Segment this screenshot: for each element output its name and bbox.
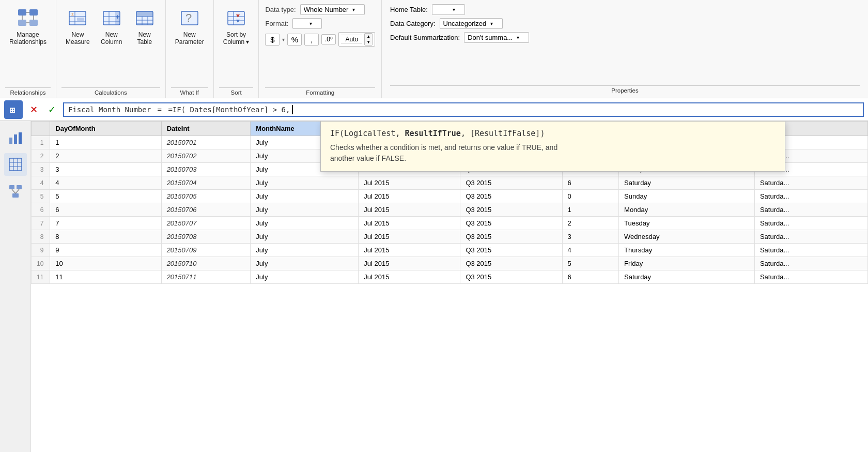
currency-dropdown-arrow[interactable]: ▾ <box>282 37 285 42</box>
formula-tooltip: IF(LogicalTest, ResultIfTrue, [ResultIfF… <box>320 121 785 172</box>
col8-cell: Saturda... <box>754 257 867 270</box>
dateint-cell: 20150707 <box>161 217 251 230</box>
svg-text:⊞: ⊞ <box>9 106 16 114</box>
col8-cell: Saturda... <box>754 176 867 190</box>
dateint-cell: 20150702 <box>161 149 251 163</box>
col7-cell: Tuesday <box>619 217 755 230</box>
dateint-cell: 20150703 <box>161 163 251 176</box>
col6-cell: 3 <box>562 230 619 244</box>
svg-rect-21 <box>136 11 153 17</box>
report-view-icon[interactable] <box>4 126 27 149</box>
row-number-cell: 3 <box>32 163 50 176</box>
data-view-icon[interactable] <box>4 153 27 176</box>
default-summarization-value: Don't summa... <box>468 34 513 41</box>
table-row: 101020150710JulyJul 2015Q3 20155FridaySa… <box>32 257 868 270</box>
percent-button[interactable]: % <box>287 34 302 46</box>
spinner-down-button[interactable]: ▼ <box>365 39 372 45</box>
table-row: 111120150711JulyJul 2015Q3 20156Saturday… <box>32 270 868 284</box>
row-number-cell: 4 <box>32 176 50 190</box>
table-row: 7720150707JulyJul 2015Q3 20152TuesdaySat… <box>32 217 868 230</box>
col4-cell: Jul 2015 <box>359 190 460 203</box>
relationships-buttons: ManageRelationships <box>5 4 51 85</box>
row-number-cell: 1 <box>32 136 50 149</box>
col5-cell: Q3 2015 <box>460 176 562 190</box>
col8-cell: Saturda... <box>754 244 867 257</box>
format-dropdown[interactable] <box>292 18 322 29</box>
spinner-up-button[interactable]: ▲ <box>365 34 372 39</box>
svg-rect-0 <box>18 9 26 16</box>
svg-rect-13 <box>77 18 84 21</box>
dateint-header[interactable]: DateInt <box>161 122 251 136</box>
currency-button[interactable]: $ <box>265 34 280 46</box>
dayofmonth-cell: 4 <box>50 176 161 190</box>
monthname-cell: July <box>251 270 359 284</box>
dayofmonth-header[interactable]: DayOfMonth <box>50 122 161 136</box>
col7-cell: Saturday <box>619 176 755 190</box>
datatype-label: Data type: <box>265 6 296 13</box>
row-number-cell: 6 <box>32 203 50 217</box>
row-num-header <box>32 122 50 136</box>
new-measure-button[interactable]: Σ NewMeasure <box>61 4 94 49</box>
table-row: 4420150704JulyJul 2015Q3 20156SaturdaySa… <box>32 176 868 190</box>
home-table-dropdown[interactable] <box>432 4 465 15</box>
dayofmonth-cell: 6 <box>50 203 161 217</box>
default-summarization-dropdown[interactable]: Don't summa... <box>464 32 529 43</box>
decimal-button[interactable]: .0⁰ <box>321 34 336 44</box>
dateint-cell: 20150706 <box>161 203 251 217</box>
new-column-button[interactable]: + NewColumn <box>96 4 127 49</box>
dateint-cell: 20150708 <box>161 230 251 244</box>
formula-bar: ⊞ ✕ ✓ Fiscal Month Number = =IF( Dates[M… <box>0 98 868 121</box>
formatting-datatype-row: Data type: Whole Number <box>265 4 375 15</box>
formula-field-name: Fiscal Month Number <box>68 106 151 114</box>
col5-cell: Q3 2015 <box>460 244 562 257</box>
properties-section-label: Properties <box>390 85 860 94</box>
dayofmonth-cell: 8 <box>50 230 161 244</box>
whatif-buttons: ? NewParameter <box>171 4 208 85</box>
monthname-cell: July <box>251 230 359 244</box>
col5-cell: Q3 2015 <box>460 257 562 270</box>
col5-cell: Q3 2015 <box>460 217 562 230</box>
formula-equals: = <box>153 106 166 114</box>
new-parameter-button[interactable]: ? NewParameter <box>171 4 208 49</box>
row-number-cell: 8 <box>32 230 50 244</box>
formula-input[interactable]: Fiscal Month Number = =IF( Dates[MonthOf… <box>63 102 864 117</box>
ribbon-content: ManageRelationships Relationships Σ <box>0 0 868 98</box>
formula-confirm-button[interactable]: ✓ <box>45 103 59 116</box>
sort-buttons: Sort byColumn ▾ <box>219 4 254 85</box>
comma-button[interactable]: , <box>304 34 319 46</box>
ribbon-group-properties: Home Table: Data Category: Uncategorized… <box>382 0 868 98</box>
dayofmonth-cell: 2 <box>50 149 161 163</box>
new-table-button[interactable]: NewTable <box>129 4 160 49</box>
data-category-dropdown[interactable]: Uncategorized <box>440 18 503 29</box>
new-parameter-label: NewParameter <box>175 31 204 46</box>
default-summarization-row: Default Summarization: Don't summa... <box>390 32 860 43</box>
table-row: 8820150708JulyJul 2015Q3 20153WednesdayS… <box>32 230 868 244</box>
svg-rect-2 <box>18 20 26 26</box>
dateint-cell: 20150705 <box>161 190 251 203</box>
col4-cell: Jul 2015 <box>359 203 460 217</box>
table-row: 9920150709JulyJul 2015Q3 20154ThursdaySa… <box>32 244 868 257</box>
dayofmonth-cell: 7 <box>50 217 161 230</box>
dayofmonth-cell: 11 <box>50 270 161 284</box>
formula-cancel-button[interactable]: ✕ <box>27 103 41 116</box>
col5-cell: Q3 2015 <box>460 203 562 217</box>
formatting-section-label: Formatting <box>265 87 375 96</box>
manage-relationships-button[interactable]: ManageRelationships <box>5 4 51 49</box>
svg-rect-1 <box>29 9 38 16</box>
new-column-icon: + <box>101 7 122 29</box>
col5-cell: Q3 2015 <box>460 270 562 284</box>
tooltip-signature: IF(LogicalTest, ResultIfTrue, [ResultIfF… <box>330 129 776 138</box>
svg-rect-40 <box>9 158 22 171</box>
sort-by-column-label: Sort byColumn ▾ <box>223 31 250 46</box>
datatype-dropdown[interactable]: Whole Number <box>300 4 365 15</box>
sort-by-column-button[interactable]: Sort byColumn ▾ <box>219 4 254 49</box>
tooltip-description: Checks whether a condition is met, and r… <box>330 142 776 164</box>
col8-cell: Saturda... <box>754 230 867 244</box>
row-number-cell: 9 <box>32 244 50 257</box>
tooltip-arg-highlight: ResultIfTrue <box>405 129 461 138</box>
main-area: DayOfMonth DateInt MonthName 1120150701J… <box>0 121 868 452</box>
relationships-section-label: Relationships <box>5 87 51 96</box>
model-view-icon[interactable] <box>4 180 27 203</box>
new-measure-label: NewMeasure <box>66 31 90 46</box>
new-column-label: NewColumn <box>101 31 122 46</box>
